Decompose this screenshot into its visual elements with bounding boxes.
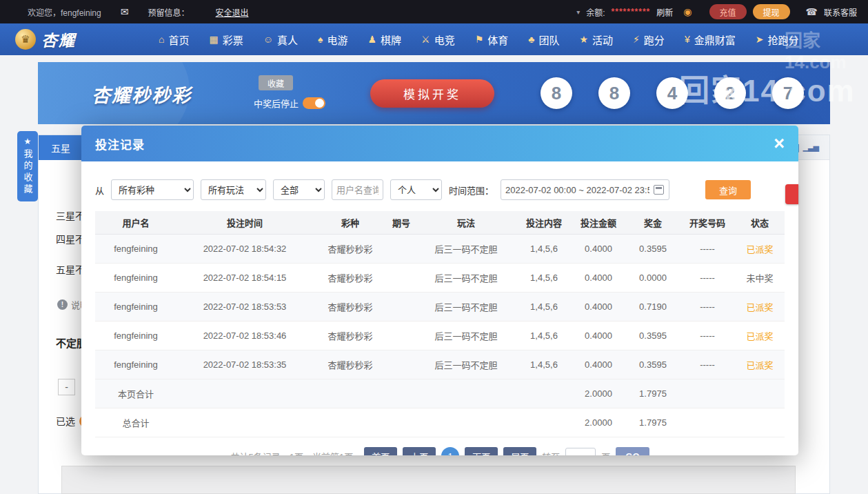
eye-icon[interactable]: ◉ bbox=[683, 6, 692, 17]
last-page-button[interactable]: 尾页 bbox=[503, 447, 536, 455]
nav-item-label: 抢跑分 bbox=[767, 32, 798, 47]
nav-item-sports[interactable]: ⚑体育 bbox=[475, 32, 509, 47]
query-button[interactable]: 查询 bbox=[705, 180, 751, 199]
next-page-button[interactable]: 下页 bbox=[465, 447, 498, 455]
cell bbox=[313, 408, 387, 437]
chevron-down-icon[interactable]: ▾ bbox=[576, 8, 580, 16]
time-range-input[interactable] bbox=[501, 179, 669, 200]
header-play: 玩法 bbox=[415, 211, 517, 235]
mail-icon[interactable]: ✉ bbox=[121, 6, 129, 17]
nav-item-label: 团队 bbox=[538, 32, 559, 47]
nav-item-grab-paofen[interactable]: ➤抢跑分 bbox=[756, 32, 799, 47]
red-float-badge[interactable] bbox=[785, 184, 798, 204]
cell-play: 后三一码不定胆 bbox=[415, 264, 517, 293]
cell bbox=[415, 379, 517, 408]
records-table-body: fengfeining2022-07-02 18:54:32杏耀秒秒彩后三一码不… bbox=[95, 235, 785, 437]
simulate-draw-button[interactable]: 模拟开奖 bbox=[370, 79, 494, 108]
cell-user: fengfeining bbox=[95, 264, 176, 293]
nav-item-chess[interactable]: ♟棋牌 bbox=[368, 32, 402, 47]
my-favorites-tab[interactable]: ★ 我的收藏 bbox=[17, 131, 38, 201]
sports-icon: ⚑ bbox=[475, 34, 484, 45]
cell-status: 已派奖 bbox=[735, 350, 785, 379]
close-icon[interactable]: × bbox=[774, 135, 785, 153]
wealth-icon: ¥ bbox=[685, 34, 690, 45]
bet-records-modal: 投注记录 × 从 所有彩种 所有玩法 全部 个人 时间范围： 查询 bbox=[81, 126, 798, 455]
scope-select[interactable]: 个人 bbox=[390, 179, 442, 200]
nav-item-wealth[interactable]: ¥金鼎财富 bbox=[685, 32, 736, 47]
contact-service-link[interactable]: 联系客服 bbox=[824, 6, 857, 18]
cell bbox=[735, 408, 785, 437]
nav-item-egames[interactable]: ♠电游 bbox=[318, 32, 347, 47]
cell bbox=[176, 379, 313, 408]
first-page-button[interactable]: 首页 bbox=[364, 447, 397, 455]
time-range-label: 时间范围： bbox=[449, 184, 494, 197]
cell-prize: 0.3595 bbox=[626, 350, 680, 379]
calendar-icon[interactable] bbox=[654, 185, 664, 195]
balance-value: ********** bbox=[612, 7, 651, 17]
lottery-icon: ▦ bbox=[209, 34, 218, 45]
record-row: fengfeining2022-07-02 18:54:32杏耀秒秒彩后三一码不… bbox=[95, 235, 785, 264]
nav-item-lottery[interactable]: ▦彩票 bbox=[209, 32, 243, 47]
brand-logo[interactable]: ♛ 杏耀 bbox=[15, 28, 76, 51]
logout-link[interactable]: 安全退出 bbox=[215, 6, 248, 18]
withdraw-button[interactable]: 提现 bbox=[753, 4, 790, 19]
record-row: fengfeining2022-07-02 18:53:35杏耀秒秒彩后三一码不… bbox=[95, 350, 785, 379]
header-issue: 期号 bbox=[387, 211, 415, 235]
recharge-button[interactable]: 充值 bbox=[709, 4, 747, 19]
decrease-button[interactable]: - bbox=[58, 379, 75, 395]
cell-content: 1,4,5,6 bbox=[517, 322, 571, 350]
cell-status: 未中奖 bbox=[735, 264, 785, 293]
lottery-ball: 8 bbox=[541, 77, 572, 109]
records-table: 用户名 投注时间 彩种 期号 玩法 投注内容 投注金额 奖金 开奖号码 状态 f… bbox=[95, 211, 785, 437]
header-prize: 奖金 bbox=[626, 211, 680, 235]
cell-user: fengfeining bbox=[95, 322, 176, 350]
nav-item-live[interactable]: ☺真人 bbox=[263, 32, 298, 47]
current-page[interactable]: 1 bbox=[441, 447, 459, 455]
cell bbox=[313, 379, 387, 408]
lottery-type-select[interactable]: 所有彩种 bbox=[111, 179, 194, 200]
cell-lottery: 杏耀秒秒彩 bbox=[313, 322, 387, 350]
nav-item-label: 真人 bbox=[277, 32, 298, 47]
header-bet-time: 投注时间 bbox=[176, 211, 313, 235]
nav-item-home[interactable]: ⌂首页 bbox=[159, 32, 189, 47]
cell-amount: 0.4000 bbox=[571, 293, 626, 322]
username-search-input[interactable] bbox=[332, 179, 383, 200]
play-type-select[interactable]: 所有玩法 bbox=[201, 179, 266, 200]
goto-page-input[interactable] bbox=[565, 448, 596, 456]
nav-item-activity[interactable]: ★活动 bbox=[579, 32, 613, 47]
filters-bar: 从 所有彩种 所有玩法 全部 个人 时间范围： 查询 bbox=[95, 179, 785, 200]
go-button[interactable]: GO bbox=[616, 447, 649, 455]
toggle-knob bbox=[315, 99, 324, 108]
nav-item-label: 电竞 bbox=[434, 32, 455, 47]
from-label: 从 bbox=[95, 184, 104, 197]
play-row-three-star[interactable]: 三星不 bbox=[56, 208, 85, 222]
header-status: 状态 bbox=[735, 211, 785, 235]
nav-item-label: 体育 bbox=[487, 32, 508, 47]
play-row-five-star[interactable]: 五星不 bbox=[56, 262, 85, 276]
balance-label: 余额: bbox=[586, 6, 605, 18]
refresh-link[interactable]: 刷新 bbox=[656, 6, 673, 18]
lottery-ball: 2 bbox=[714, 77, 746, 109]
cell-play: 后三一码不定胆 bbox=[415, 350, 517, 379]
nav-item-team[interactable]: ♣团队 bbox=[528, 32, 559, 47]
cell-status: 已派奖 bbox=[735, 293, 785, 322]
cell-user: fengfeining bbox=[95, 350, 176, 379]
header-numbers: 开奖号码 bbox=[680, 211, 735, 235]
header-amount: 投注金额 bbox=[571, 211, 626, 235]
stop-after-win-toggle[interactable] bbox=[303, 97, 325, 109]
cell-issue bbox=[387, 350, 415, 379]
tab-five-star[interactable]: 五星 bbox=[39, 135, 83, 160]
game-banner: 杏耀秒秒彩 收藏 中奖后停止 模拟开奖 88427 bbox=[38, 62, 830, 124]
grab-paofen-icon: ➤ bbox=[756, 34, 764, 45]
play-row-four-star[interactable]: 四星不 bbox=[56, 232, 85, 246]
prev-page-button[interactable]: 上页 bbox=[403, 447, 436, 455]
nav-item-esports[interactable]: ⚔电竞 bbox=[421, 32, 455, 47]
star-icon: ★ bbox=[24, 137, 32, 146]
lottery-ball: 4 bbox=[656, 77, 688, 109]
favorite-button[interactable]: 收藏 bbox=[259, 75, 293, 90]
cell-lottery: 杏耀秒秒彩 bbox=[313, 264, 387, 293]
status-filter-select[interactable]: 全部 bbox=[273, 179, 325, 200]
nav-item-label: 活动 bbox=[592, 32, 613, 47]
main-nav: ♛ 杏耀 ⌂首页▦彩票☺真人♠电游♟棋牌⚔电竞⚑体育♣团队★活动⚡跑分¥金鼎财富… bbox=[0, 23, 868, 55]
nav-item-paofen[interactable]: ⚡跑分 bbox=[633, 32, 665, 47]
